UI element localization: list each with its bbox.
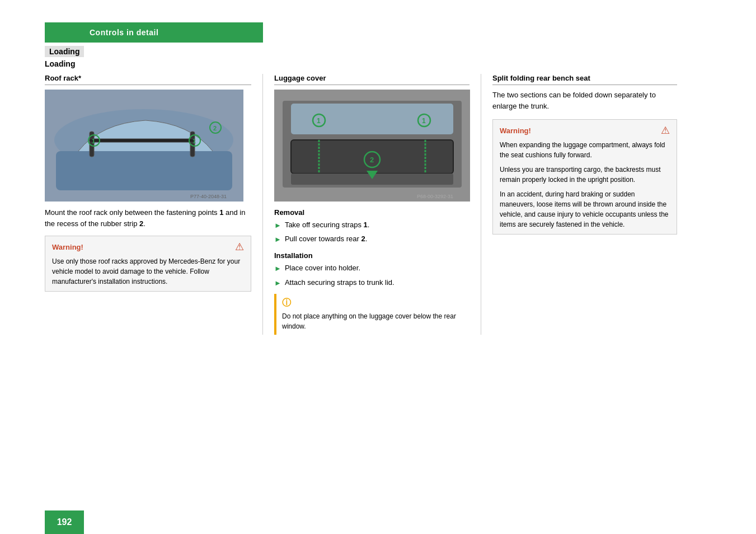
- svg-text:2: 2: [213, 125, 217, 132]
- roof-rack-description: Mount the roof rack only between the fas…: [45, 207, 251, 229]
- note-icon: ⓘ: [282, 297, 464, 309]
- warning-triangle-icon: ⚠: [235, 241, 244, 253]
- split-fold-warning-box: Warning! ⚠ When expanding the luggage co…: [492, 119, 677, 235]
- split-fold-warning-para1: When expanding the luggage compartment, …: [500, 140, 670, 160]
- roof-rack-warning-box: Warning! ⚠ Use only those roof racks app…: [45, 236, 251, 292]
- page-number: 192: [45, 510, 84, 534]
- note-box: ⓘ Do not place anything on the luggage c…: [274, 294, 469, 335]
- header-bar: Controls in detail: [45, 22, 263, 43]
- roof-rack-image: 1 1 2 P77-40-2048-31: [45, 90, 243, 202]
- mid-column: Luggage cover: [263, 74, 481, 335]
- roof-rack-title: Roof rack*: [45, 74, 251, 85]
- note-text: Do not place anything on the luggage cov…: [282, 311, 464, 331]
- split-fold-title: Split folding rear bench seat: [492, 74, 677, 85]
- section-title: Controls in detail: [90, 28, 158, 37]
- svg-rect-2: [56, 151, 232, 190]
- installation-step-2-text: Attach securing straps to trunk lid.: [285, 278, 395, 288]
- warning-body: Use only those roof racks approved by Me…: [52, 256, 244, 287]
- svg-rect-5: [90, 139, 195, 142]
- removal-step-2-text: Pull cover towards rear 2.: [285, 234, 367, 244]
- arrow-icon-2: ►: [274, 235, 281, 245]
- arrow-icon-3: ►: [274, 264, 281, 274]
- svg-text:P77-40-2048-31: P77-40-2048-31: [190, 194, 227, 199]
- breadcrumb-loading-1: Loading: [45, 46, 84, 57]
- removal-title: Removal: [274, 208, 469, 217]
- svg-text:1: 1: [317, 117, 321, 125]
- split-fold-intro: The two sections can be folded down sepa…: [492, 90, 677, 111]
- main-content: Roof rack*: [45, 74, 734, 335]
- luggage-cover-title: Luggage cover: [274, 74, 469, 85]
- svg-text:2: 2: [370, 156, 374, 164]
- split-fold-warning-para2: Unless you are transporting cargo, the b…: [500, 165, 670, 185]
- breadcrumb-loading-2: Loading: [45, 59, 756, 68]
- svg-text:P68-00-3292-31: P68-00-3292-31: [417, 194, 453, 199]
- removal-step-1-text: Take off securing straps 1.: [285, 220, 370, 230]
- installation-step-1-text: Place cover into holder.: [285, 263, 360, 273]
- svg-rect-17: [291, 104, 453, 134]
- split-fold-warning-title: Warning!: [500, 127, 531, 135]
- warning-title: Warning!: [52, 243, 83, 251]
- svg-text:1: 1: [422, 117, 426, 125]
- svg-text:1: 1: [192, 138, 196, 144]
- svg-text:1: 1: [92, 138, 95, 144]
- arrow-icon-4: ►: [274, 278, 281, 288]
- right-column: Split folding rear bench seat The two se…: [481, 74, 677, 335]
- arrow-icon-1: ►: [274, 221, 281, 231]
- split-fold-warning-icon: ⚠: [661, 124, 670, 137]
- luggage-cover-image: 1 1 2 P68-00-3292-31: [274, 90, 470, 202]
- split-fold-warning-header: Warning! ⚠: [500, 124, 670, 137]
- page-container: Controls in detail Loading Loading Roof …: [0, 22, 756, 534]
- left-column: Roof rack*: [45, 74, 263, 335]
- breadcrumb-area: Loading Loading: [45, 46, 756, 68]
- warning-header: Warning! ⚠: [52, 241, 244, 253]
- removal-step-2: ► Pull cover towards rear 2.: [274, 234, 469, 245]
- installation-step-1: ► Place cover into holder.: [274, 263, 469, 274]
- installation-title: Installation: [274, 251, 469, 260]
- removal-step-1: ► Take off securing straps 1.: [274, 220, 469, 231]
- split-fold-warning-para3: In an accident, during hard braking or s…: [500, 189, 670, 229]
- installation-step-2: ► Attach securing straps to trunk lid.: [274, 278, 469, 288]
